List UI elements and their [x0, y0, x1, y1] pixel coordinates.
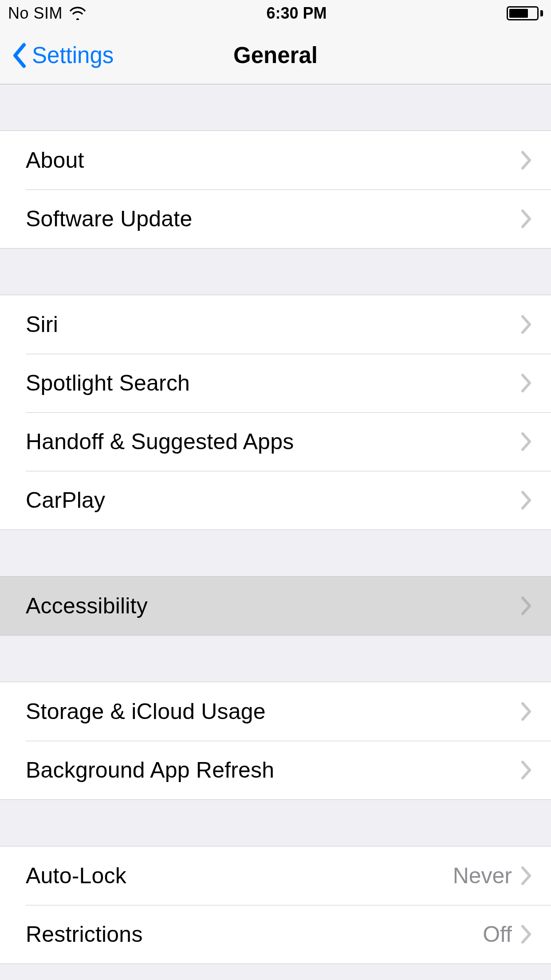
row-spotlight-search[interactable]: Spotlight Search	[0, 354, 551, 412]
row-restrictions[interactable]: Restrictions Off	[0, 905, 551, 964]
row-accessibility[interactable]: Accessibility	[0, 577, 551, 635]
chevron-right-icon	[521, 373, 532, 393]
status-time: 6:30 PM	[266, 4, 327, 23]
back-label: Settings	[32, 42, 114, 68]
settings-group: Siri Spotlight Search Handoff & Suggeste…	[0, 295, 551, 530]
status-bar: No SIM 6:30 PM	[0, 0, 551, 27]
row-software-update[interactable]: Software Update	[0, 190, 551, 248]
status-left: No SIM	[8, 4, 87, 23]
chevron-right-icon	[521, 209, 532, 229]
back-button[interactable]: Settings	[12, 27, 114, 84]
row-handoff[interactable]: Handoff & Suggested Apps	[0, 412, 551, 471]
row-label: Storage & iCloud Usage	[26, 699, 521, 724]
wifi-icon	[69, 7, 87, 20]
group-spacer	[0, 530, 551, 576]
chevron-right-icon	[521, 925, 532, 944]
status-right	[507, 6, 543, 20]
row-label: Accessibility	[26, 593, 521, 619]
row-label: CarPlay	[26, 487, 521, 513]
row-auto-lock[interactable]: Auto-Lock Never	[0, 846, 551, 905]
page-title: General	[233, 42, 318, 68]
chevron-right-icon	[521, 866, 532, 885]
chevron-right-icon	[521, 596, 532, 616]
row-value: Off	[483, 921, 512, 947]
settings-group-highlighted: Accessibility	[0, 576, 551, 636]
row-label: Software Update	[26, 206, 521, 232]
row-label: Background App Refresh	[26, 757, 521, 783]
row-label: Auto-Lock	[26, 863, 453, 889]
battery-icon	[507, 6, 543, 20]
chevron-right-icon	[521, 432, 532, 451]
group-spacer	[0, 636, 551, 682]
nav-bar: Settings General	[0, 27, 551, 84]
settings-group: Auto-Lock Never Restrictions Off	[0, 846, 551, 964]
row-label: Restrictions	[26, 921, 483, 947]
content: About Software Update Siri Spotlight Sea…	[0, 84, 551, 964]
chevron-right-icon	[521, 315, 532, 334]
chevron-right-icon	[521, 490, 532, 510]
sim-status: No SIM	[8, 4, 63, 23]
row-value: Never	[453, 863, 512, 889]
settings-group: About Software Update	[0, 130, 551, 249]
row-carplay[interactable]: CarPlay	[0, 471, 551, 530]
settings-group: Storage & iCloud Usage Background App Re…	[0, 682, 551, 800]
chevron-right-icon	[521, 760, 532, 780]
chevron-right-icon	[521, 702, 532, 721]
chevron-left-icon	[12, 42, 28, 69]
group-spacer	[0, 249, 551, 295]
group-spacer	[0, 84, 551, 130]
group-spacer	[0, 800, 551, 846]
chevron-right-icon	[521, 150, 532, 170]
row-about[interactable]: About	[0, 131, 551, 190]
row-background-app-refresh[interactable]: Background App Refresh	[0, 741, 551, 799]
row-label: Handoff & Suggested Apps	[26, 429, 521, 454]
row-label: Siri	[26, 312, 521, 337]
row-label: Spotlight Search	[26, 370, 521, 396]
row-siri[interactable]: Siri	[0, 295, 551, 354]
row-storage-icloud[interactable]: Storage & iCloud Usage	[0, 682, 551, 741]
row-label: About	[26, 147, 521, 173]
